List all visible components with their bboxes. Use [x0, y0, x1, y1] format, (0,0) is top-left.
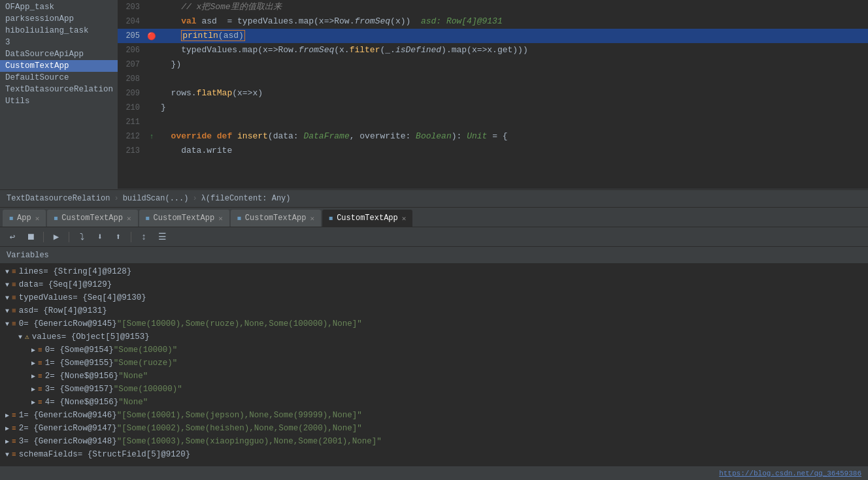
var-name-text-9: 3: [45, 385, 50, 394]
tab-close-0[interactable]: ✕: [35, 214, 40, 223]
code-line-212: 212↑ override def insert(data: DataFrame…: [118, 129, 868, 144]
var-line-7[interactable]: ▶ ≡ 1 = {Some@9155} "Some(ruoze)": [0, 357, 868, 370]
expand-arrow-0[interactable]: ▼: [5, 268, 9, 276]
tab-close-1[interactable]: ✕: [127, 214, 131, 223]
var-line-6[interactable]: ▶ ≡ 0 = {Some@9154} "Some(10000)": [0, 344, 868, 357]
sidebar-item-utils[interactable]: Utils: [0, 95, 118, 107]
tab-label-4: CustomTextApp: [337, 214, 398, 223]
tab-icon-1: ◼: [54, 214, 58, 222]
tab-close-2[interactable]: ✕: [218, 214, 223, 223]
expand-arrow-5[interactable]: ▼: [18, 334, 22, 341]
rerun-button[interactable]: ↩: [5, 230, 20, 244]
var-ref-3: = {Row[4]@9131}: [33, 306, 107, 315]
var-ref-14: = {StructField[5]@9120}: [78, 450, 191, 459]
expand-arrow-14[interactable]: ▼: [5, 451, 9, 458]
tab-3[interactable]: ◼CustomTextApp ✕: [231, 210, 321, 227]
tab-0[interactable]: ◼App ✕: [3, 210, 46, 227]
var-icon-2: ≡: [12, 293, 16, 302]
var-icon-11: ≡: [12, 411, 16, 420]
var-name-text-5: values: [32, 332, 61, 342]
breadcrumb-item-2[interactable]: λ(fileContent: Any): [201, 194, 291, 203]
var-line-9[interactable]: ▶ ≡ 3 = {Some@9157} "Some(100000)": [0, 383, 868, 396]
var-line-12[interactable]: ▶ ≡ 2 = {GenericRow@9147} "[Some(10002),…: [0, 422, 868, 435]
code-line-205: 205🔴 println(asd): [118, 29, 868, 43]
var-name-text-3: asd: [19, 306, 34, 315]
var-string-7: "Some(ruoze)": [114, 359, 178, 368]
variables-panel[interactable]: ▼ ≡ lines = {String[4]@9128}▼ ≡ data = {…: [0, 264, 868, 466]
line-number-212: 212: [118, 129, 145, 144]
expand-arrow-13[interactable]: ▶: [5, 438, 9, 445]
var-name-text-2: typedValues: [19, 293, 73, 302]
tabs-bar[interactable]: ◼App ✕◼CustomTextApp ✕◼CustomTextApp ✕◼C…: [0, 208, 868, 227]
expand-arrow-8[interactable]: ▶: [31, 372, 35, 380]
editor: 203 // x把Some里的值取出来204 val asd = typedVa…: [118, 0, 868, 189]
var-name-text-0: lines: [19, 267, 44, 276]
var-line-0[interactable]: ▼ ≡ lines = {String[4]@9128}: [0, 265, 868, 278]
expand-arrow-2[interactable]: ▼: [5, 295, 9, 302]
sidebar: OFApp_taskparksessionApphiboliuliang_tas…: [0, 0, 118, 189]
status-link[interactable]: https://blog.csdn.net/qq_36459386: [719, 470, 861, 477]
breadcrumb-sep-0: ›: [114, 194, 118, 203]
run-to-cursor-button[interactable]: ↕: [137, 230, 151, 244]
var-line-3[interactable]: ▼ ≡ asd = {Row[4]@9131}: [0, 304, 868, 317]
var-line-1[interactable]: ▼ ≡ data = {Seq[4]@9129}: [0, 278, 868, 291]
expand-arrow-4[interactable]: ▼: [5, 321, 9, 328]
show-frames-button[interactable]: ☰: [155, 230, 169, 244]
code-area: 203 // x把Some里的值取出来204 val asd = typedVa…: [118, 0, 868, 189]
debug-sep-5: [131, 232, 131, 242]
var-name-text-12: 2: [19, 424, 24, 433]
var-icon-3: ≡: [12, 306, 16, 315]
sidebar-item-customtextapp[interactable]: CustomTextApp: [0, 60, 118, 72]
var-line-4[interactable]: ▼ ≡ 0 = {GenericRow@9145} "[Some(10000),…: [0, 317, 868, 330]
step-over-button[interactable]: ⤵: [75, 230, 89, 244]
var-line-11[interactable]: ▶ ≡ 1 = {GenericRow@9146} "[Some(10001),…: [0, 409, 868, 422]
code-content-203: // x把Some里的值取出来: [158, 0, 868, 14]
stop-button[interactable]: ⏹: [24, 230, 38, 244]
tab-close-4[interactable]: ✕: [402, 214, 407, 223]
expand-arrow-12[interactable]: ▶: [5, 424, 9, 432]
var-name-text-14: schemaFields: [19, 450, 78, 459]
var-ref-9: = {Some@9157}: [50, 385, 114, 394]
line-number-207: 207: [118, 57, 145, 72]
resume-button[interactable]: ▶: [49, 230, 63, 244]
tab-1[interactable]: ◼CustomTextApp ✕: [47, 210, 137, 227]
sidebar-item-parksessionapp[interactable]: parksessionApp: [0, 13, 118, 25]
expand-arrow-10[interactable]: ▶: [31, 398, 35, 406]
expand-arrow-11[interactable]: ▶: [5, 411, 9, 419]
var-line-13[interactable]: ▶ ≡ 3 = {GenericRow@9148} "[Some(10003),…: [0, 435, 868, 448]
var-line-10[interactable]: ▶ ≡ 4 = {None$@9156} "None": [0, 396, 868, 409]
comment: // x把Some里的值取出来: [161, 2, 282, 12]
step-out-button[interactable]: ⬆: [111, 230, 125, 244]
sidebar-item-datasourceapiapp[interactable]: DataSourceApiApp: [0, 48, 118, 60]
var-string-12: "[Some(10002),Some(heishen),None,Some(20…: [117, 424, 362, 433]
sidebar-item-ofapp_task[interactable]: OFApp_task: [0, 1, 118, 13]
var-line-2[interactable]: ▼ ≡ typedValues = {Seq[4]@9130}: [0, 291, 868, 304]
sidebar-item-textdatasourcerelation[interactable]: TextDatasourceRelation: [0, 84, 118, 95]
code-content-208: [158, 72, 868, 86]
expand-arrow-7[interactable]: ▶: [31, 359, 35, 367]
var-line-14[interactable]: ▼ ≡ schemaFields = {StructField[5]@9120}: [0, 448, 868, 461]
expand-arrow-6[interactable]: ▶: [31, 346, 35, 354]
var-line-5[interactable]: ▼ ⚠ values = {Object[5]@9153}: [0, 330, 868, 344]
code-line-209: 209 rows.flatMap(x=>x): [118, 86, 868, 101]
expand-arrow-3[interactable]: ▼: [5, 308, 9, 315]
sidebar-item-3[interactable]: 3: [0, 37, 118, 48]
debug-sep-1: [43, 232, 44, 242]
breadcrumb-item-1[interactable]: buildScan(...): [123, 194, 189, 203]
var-line-8[interactable]: ▶ ≡ 2 = {None$@9156} "None": [0, 370, 868, 383]
top-area: OFApp_taskparksessionApphiboliuliang_tas…: [0, 0, 868, 189]
tab-2[interactable]: ◼CustomTextApp ✕: [139, 210, 229, 227]
sidebar-item-defaultsource[interactable]: DefaultSource: [0, 72, 118, 84]
breakpoint-icon: 🔴: [147, 32, 156, 40]
expand-arrow-9[interactable]: ▶: [31, 385, 35, 393]
var-ref-0: = {String[4]@9128}: [43, 267, 131, 276]
code-content-204: val asd = typedValues.map(x=>Row.fromSeq…: [158, 14, 868, 29]
expand-arrow-1[interactable]: ▼: [5, 281, 9, 289]
gutter-210: [145, 101, 158, 115]
tab-4[interactable]: ◼CustomTextApp ✕: [322, 210, 412, 227]
breadcrumb-item-0[interactable]: TextDatasourceRelation: [7, 194, 110, 203]
sidebar-item-hiboliuliang_task[interactable]: hiboliuliang_task: [0, 25, 118, 37]
tab-close-3[interactable]: ✕: [310, 214, 314, 223]
step-into-button[interactable]: ⬇: [93, 230, 107, 244]
gutter-205: 🔴: [145, 29, 158, 43]
